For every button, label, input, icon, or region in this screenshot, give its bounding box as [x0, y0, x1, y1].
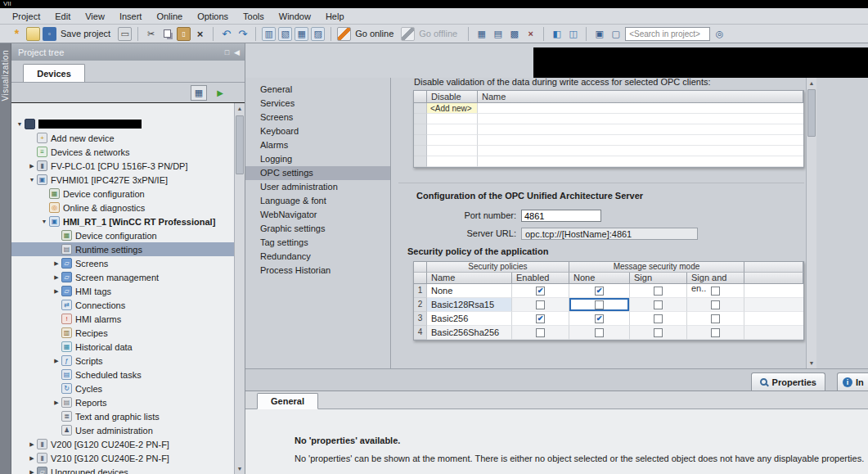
expand-all-icon[interactable]: ▶	[212, 85, 228, 101]
disable-cell[interactable]	[427, 135, 478, 146]
tab-devices[interactable]: Devices	[23, 64, 85, 82]
expand-arrow[interactable]: ▼	[39, 219, 49, 224]
scroll-down-icon[interactable]: ▼	[235, 463, 245, 474]
tree-item-v210-g120-cu240e-2-pn-f[interactable]: ▶▮V210 [G120 CU240E-2 PN-F]	[11, 451, 234, 465]
none-checkbox[interactable]: ✔	[595, 287, 604, 296]
enabled-cell[interactable]	[512, 326, 569, 340]
add-new-cell[interactable]: <Add new>	[427, 103, 478, 114]
disable-cell[interactable]	[427, 124, 478, 135]
tree-item-project[interactable]: ▼	[11, 117, 234, 131]
menu-item-online[interactable]: Online	[149, 10, 190, 23]
scroll-up-icon[interactable]: ▲	[235, 103, 245, 114]
tree-item-fv-plc-01-cpu-1516f-3-pn-dp[interactable]: ▶▮FV-PLC-01 [CPU 1516F-3 PN/DP]	[11, 159, 234, 173]
policy-name-cell[interactable]: None	[427, 284, 512, 298]
sign-checkbox[interactable]	[654, 328, 663, 337]
sign-cell[interactable]	[630, 298, 687, 312]
none-cell[interactable]: ✔	[569, 284, 630, 298]
settings-nav-logging[interactable]: Logging	[245, 152, 390, 166]
scrollbar-thumb[interactable]	[236, 115, 244, 174]
cut-icon[interactable]: ✂	[144, 27, 158, 41]
tree-item-user-administration[interactable]: ♟User administration	[11, 423, 234, 437]
sign-and-encrypt-checkbox[interactable]	[711, 314, 720, 323]
settings-nav-user-administration[interactable]: User administration	[245, 180, 390, 194]
settings-nav-redundancy[interactable]: Redundancy	[245, 250, 390, 264]
paste-icon[interactable]: ▯	[177, 27, 191, 41]
menu-item-view[interactable]: View	[78, 10, 112, 23]
scroll-up-icon[interactable]: ▲	[807, 78, 816, 88]
none-checkbox[interactable]: ✔	[595, 314, 604, 323]
settings-nav-language-font[interactable]: Language & font	[245, 194, 390, 208]
menu-item-help[interactable]: Help	[318, 10, 352, 23]
copy-icon[interactable]	[160, 27, 174, 41]
search-input[interactable]	[625, 27, 710, 41]
tree-scrollbar[interactable]: ▲ ▼	[234, 103, 245, 474]
tree-item-cycles[interactable]: ↻Cycles	[11, 381, 234, 395]
expand-arrow[interactable]: ▶	[27, 441, 37, 448]
tab-general[interactable]: General	[257, 393, 318, 409]
sign-and-encrypt-cell[interactable]	[687, 326, 744, 340]
sign-and-encrypt-checkbox[interactable]	[711, 287, 720, 296]
tree-item-scripts[interactable]: ▶ƒScripts	[11, 354, 234, 368]
none-cell[interactable]: ✔	[569, 312, 630, 326]
name-cell[interactable]	[478, 156, 803, 167]
sign-and-encrypt-cell[interactable]	[687, 284, 744, 298]
tree-item-v200-g120-cu240e-2-pn-f[interactable]: ▶▮V200 [G120 CU240E-2 PN-F]	[11, 437, 234, 451]
enabled-cell[interactable]: ✔	[512, 284, 569, 298]
sign-and-encrypt-cell[interactable]	[687, 298, 744, 312]
collapse-panel-icon[interactable]: ◀	[234, 48, 240, 56]
call-structure-icon[interactable]: ▢	[609, 27, 623, 41]
none-cell[interactable]	[569, 326, 630, 340]
sign-cell[interactable]	[630, 312, 687, 326]
add-new-row[interactable]: <Add new>	[414, 103, 803, 114]
tree-item-fvhmi01-ipc427e-3xpn-ie[interactable]: ▼▣FVHMI01 [IPC427E 3xPN/IE]	[11, 173, 234, 187]
tree-item-reports[interactable]: ▶▤Reports	[11, 395, 234, 409]
menu-item-project[interactable]: Project	[5, 10, 47, 23]
tree-item-recipes[interactable]: ▥Recipes	[11, 326, 234, 340]
name-cell[interactable]	[478, 114, 803, 124]
enabled-checkbox[interactable]: ✔	[536, 287, 545, 296]
disable-cell[interactable]	[427, 114, 478, 124]
save-project-icon[interactable]: ▫	[43, 27, 56, 41]
goto-icon[interactable]: ◎	[713, 27, 726, 41]
expand-arrow[interactable]: ▶	[52, 274, 61, 281]
print-icon[interactable]: ▭	[118, 27, 132, 41]
tree-item-scheduled-tasks[interactable]: ▤Scheduled tasks	[11, 368, 234, 381]
auto-collapse-icon[interactable]: □	[225, 48, 229, 56]
tree-item-hmi-alarms[interactable]: !HMI alarms	[11, 312, 234, 326]
name-cell[interactable]	[478, 146, 803, 156]
split-horizontal-icon[interactable]: ◧	[550, 27, 564, 41]
expand-arrow[interactable]: ▶	[27, 455, 37, 462]
undo-icon[interactable]: ↶	[219, 27, 233, 41]
settings-nav-general[interactable]: General	[245, 83, 390, 97]
tree-item-online-diagnostics[interactable]: ◎Online & diagnostics	[11, 201, 234, 214]
info-tab[interactable]: i In	[837, 372, 868, 390]
enabled-cell[interactable]	[512, 298, 569, 312]
settings-nav-keyboard[interactable]: Keyboard	[245, 124, 390, 138]
menu-item-window[interactable]: Window	[272, 10, 318, 23]
tree-item-screens[interactable]: ▶▱Screens	[11, 256, 234, 270]
expand-arrow[interactable]: ▶	[27, 469, 37, 474]
expand-arrow[interactable]: ▼	[15, 121, 25, 127]
menu-item-options[interactable]: Options	[190, 10, 236, 23]
enabled-checkbox[interactable]	[536, 328, 545, 337]
split-vertical-icon[interactable]: ◫	[566, 27, 580, 41]
enabled-checkbox[interactable]: ✔	[536, 314, 545, 323]
start-simulation-icon[interactable]: ▨	[311, 27, 325, 41]
redo-icon[interactable]: ↷	[236, 27, 250, 41]
scrollbar-thumb[interactable]	[807, 89, 816, 137]
name-cell[interactable]	[478, 124, 803, 135]
tree-item-add-new-device[interactable]: +Add new device	[11, 131, 234, 145]
stop-runtime-icon[interactable]: ×	[524, 27, 537, 41]
cross-references-icon[interactable]: ▣	[592, 27, 606, 41]
settings-nav-services[interactable]: Services	[245, 97, 390, 111]
sign-cell[interactable]	[630, 326, 687, 340]
open-project-icon[interactable]	[26, 27, 40, 41]
download-to-device-icon[interactable]: ▧	[278, 27, 292, 41]
new-project-icon[interactable]: *	[10, 27, 24, 41]
none-cell[interactable]	[569, 298, 630, 312]
settings-nav-graphic-settings[interactable]: Graphic settings	[245, 222, 390, 236]
enabled-checkbox[interactable]	[536, 300, 545, 309]
go-online-button[interactable]: Go online	[355, 29, 394, 38]
online-diagnostics-icon[interactable]: ▦	[474, 27, 488, 41]
tree-item-hmi-tags[interactable]: ▶▱HMI tags	[11, 284, 234, 298]
